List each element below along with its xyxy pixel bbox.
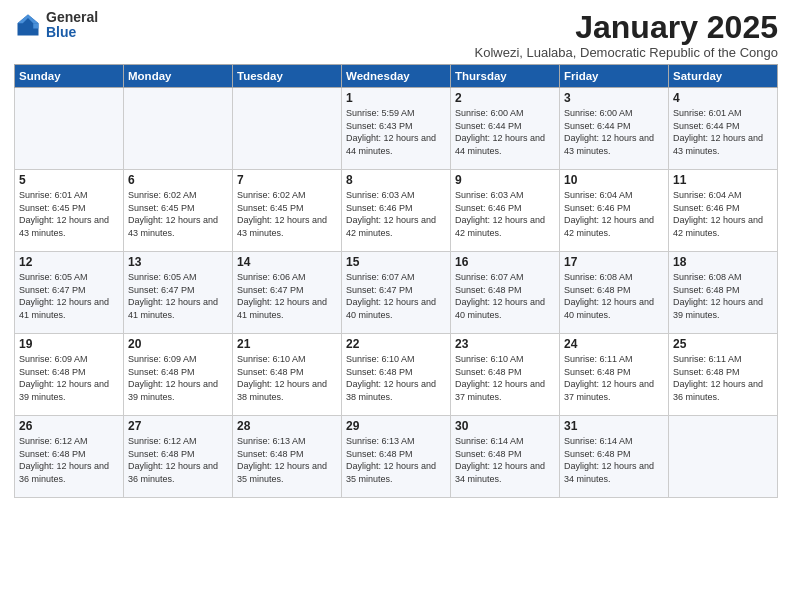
day-details: Sunrise: 6:12 AMSunset: 6:48 PMDaylight:… xyxy=(19,435,119,485)
day-details: Sunrise: 6:09 AMSunset: 6:48 PMDaylight:… xyxy=(128,353,228,403)
day-cell: 10Sunrise: 6:04 AMSunset: 6:46 PMDayligh… xyxy=(560,170,669,252)
day-number: 7 xyxy=(237,173,337,187)
day-details: Sunrise: 6:03 AMSunset: 6:46 PMDaylight:… xyxy=(455,189,555,239)
calendar-body: 1Sunrise: 5:59 AMSunset: 6:43 PMDaylight… xyxy=(15,88,778,498)
day-cell xyxy=(233,88,342,170)
day-cell: 21Sunrise: 6:10 AMSunset: 6:48 PMDayligh… xyxy=(233,334,342,416)
day-details: Sunrise: 6:11 AMSunset: 6:48 PMDaylight:… xyxy=(673,353,773,403)
day-cell: 13Sunrise: 6:05 AMSunset: 6:47 PMDayligh… xyxy=(124,252,233,334)
day-cell: 2Sunrise: 6:00 AMSunset: 6:44 PMDaylight… xyxy=(451,88,560,170)
day-cell: 29Sunrise: 6:13 AMSunset: 6:48 PMDayligh… xyxy=(342,416,451,498)
day-number: 25 xyxy=(673,337,773,351)
week-row-4: 19Sunrise: 6:09 AMSunset: 6:48 PMDayligh… xyxy=(15,334,778,416)
day-cell: 16Sunrise: 6:07 AMSunset: 6:48 PMDayligh… xyxy=(451,252,560,334)
day-cell: 1Sunrise: 5:59 AMSunset: 6:43 PMDaylight… xyxy=(342,88,451,170)
day-cell: 18Sunrise: 6:08 AMSunset: 6:48 PMDayligh… xyxy=(669,252,778,334)
logo: General Blue xyxy=(14,10,98,41)
logo-general: General xyxy=(46,10,98,25)
day-cell: 25Sunrise: 6:11 AMSunset: 6:48 PMDayligh… xyxy=(669,334,778,416)
day-number: 21 xyxy=(237,337,337,351)
day-details: Sunrise: 6:03 AMSunset: 6:46 PMDaylight:… xyxy=(346,189,446,239)
day-details: Sunrise: 6:02 AMSunset: 6:45 PMDaylight:… xyxy=(237,189,337,239)
week-row-3: 12Sunrise: 6:05 AMSunset: 6:47 PMDayligh… xyxy=(15,252,778,334)
day-cell: 7Sunrise: 6:02 AMSunset: 6:45 PMDaylight… xyxy=(233,170,342,252)
day-details: Sunrise: 6:10 AMSunset: 6:48 PMDaylight:… xyxy=(346,353,446,403)
day-details: Sunrise: 6:08 AMSunset: 6:48 PMDaylight:… xyxy=(564,271,664,321)
day-details: Sunrise: 6:10 AMSunset: 6:48 PMDaylight:… xyxy=(237,353,337,403)
day-cell: 17Sunrise: 6:08 AMSunset: 6:48 PMDayligh… xyxy=(560,252,669,334)
day-cell: 24Sunrise: 6:11 AMSunset: 6:48 PMDayligh… xyxy=(560,334,669,416)
subtitle: Kolwezi, Lualaba, Democratic Republic of… xyxy=(474,45,778,60)
day-number: 29 xyxy=(346,419,446,433)
day-cell: 9Sunrise: 6:03 AMSunset: 6:46 PMDaylight… xyxy=(451,170,560,252)
header-cell-sunday: Sunday xyxy=(15,65,124,88)
day-number: 2 xyxy=(455,91,555,105)
day-cell: 30Sunrise: 6:14 AMSunset: 6:48 PMDayligh… xyxy=(451,416,560,498)
week-row-5: 26Sunrise: 6:12 AMSunset: 6:48 PMDayligh… xyxy=(15,416,778,498)
day-cell: 4Sunrise: 6:01 AMSunset: 6:44 PMDaylight… xyxy=(669,88,778,170)
header-cell-saturday: Saturday xyxy=(669,65,778,88)
header: General Blue January 2025 Kolwezi, Luala… xyxy=(14,10,778,60)
day-number: 3 xyxy=(564,91,664,105)
day-cell xyxy=(669,416,778,498)
day-number: 31 xyxy=(564,419,664,433)
day-number: 11 xyxy=(673,173,773,187)
day-number: 30 xyxy=(455,419,555,433)
day-details: Sunrise: 6:02 AMSunset: 6:45 PMDaylight:… xyxy=(128,189,228,239)
day-number: 19 xyxy=(19,337,119,351)
header-cell-thursday: Thursday xyxy=(451,65,560,88)
logo-icon xyxy=(14,11,42,39)
day-details: Sunrise: 6:08 AMSunset: 6:48 PMDaylight:… xyxy=(673,271,773,321)
day-cell xyxy=(124,88,233,170)
page: General Blue January 2025 Kolwezi, Luala… xyxy=(0,0,792,612)
day-number: 23 xyxy=(455,337,555,351)
day-details: Sunrise: 6:07 AMSunset: 6:47 PMDaylight:… xyxy=(346,271,446,321)
day-number: 5 xyxy=(19,173,119,187)
day-details: Sunrise: 6:05 AMSunset: 6:47 PMDaylight:… xyxy=(19,271,119,321)
day-cell: 28Sunrise: 6:13 AMSunset: 6:48 PMDayligh… xyxy=(233,416,342,498)
header-cell-tuesday: Tuesday xyxy=(233,65,342,88)
day-cell: 14Sunrise: 6:06 AMSunset: 6:47 PMDayligh… xyxy=(233,252,342,334)
day-details: Sunrise: 6:01 AMSunset: 6:44 PMDaylight:… xyxy=(673,107,773,157)
svg-marker-2 xyxy=(33,24,38,29)
day-cell: 6Sunrise: 6:02 AMSunset: 6:45 PMDaylight… xyxy=(124,170,233,252)
day-number: 20 xyxy=(128,337,228,351)
day-details: Sunrise: 6:06 AMSunset: 6:47 PMDaylight:… xyxy=(237,271,337,321)
day-cell: 5Sunrise: 6:01 AMSunset: 6:45 PMDaylight… xyxy=(15,170,124,252)
day-details: Sunrise: 6:10 AMSunset: 6:48 PMDaylight:… xyxy=(455,353,555,403)
day-number: 16 xyxy=(455,255,555,269)
day-details: Sunrise: 6:14 AMSunset: 6:48 PMDaylight:… xyxy=(455,435,555,485)
day-number: 17 xyxy=(564,255,664,269)
day-cell: 27Sunrise: 6:12 AMSunset: 6:48 PMDayligh… xyxy=(124,416,233,498)
logo-text: General Blue xyxy=(46,10,98,41)
day-details: Sunrise: 6:11 AMSunset: 6:48 PMDaylight:… xyxy=(564,353,664,403)
logo-blue: Blue xyxy=(46,25,98,40)
day-number: 18 xyxy=(673,255,773,269)
day-number: 12 xyxy=(19,255,119,269)
header-cell-monday: Monday xyxy=(124,65,233,88)
title-block: January 2025 Kolwezi, Lualaba, Democrati… xyxy=(474,10,778,60)
day-number: 6 xyxy=(128,173,228,187)
day-cell: 31Sunrise: 6:14 AMSunset: 6:48 PMDayligh… xyxy=(560,416,669,498)
day-number: 26 xyxy=(19,419,119,433)
day-details: Sunrise: 6:04 AMSunset: 6:46 PMDaylight:… xyxy=(673,189,773,239)
day-number: 27 xyxy=(128,419,228,433)
day-number: 15 xyxy=(346,255,446,269)
day-number: 14 xyxy=(237,255,337,269)
day-details: Sunrise: 6:04 AMSunset: 6:46 PMDaylight:… xyxy=(564,189,664,239)
day-details: Sunrise: 6:07 AMSunset: 6:48 PMDaylight:… xyxy=(455,271,555,321)
day-cell: 23Sunrise: 6:10 AMSunset: 6:48 PMDayligh… xyxy=(451,334,560,416)
day-details: Sunrise: 6:05 AMSunset: 6:47 PMDaylight:… xyxy=(128,271,228,321)
day-cell: 19Sunrise: 6:09 AMSunset: 6:48 PMDayligh… xyxy=(15,334,124,416)
day-number: 24 xyxy=(564,337,664,351)
header-cell-friday: Friday xyxy=(560,65,669,88)
day-cell: 22Sunrise: 6:10 AMSunset: 6:48 PMDayligh… xyxy=(342,334,451,416)
day-number: 28 xyxy=(237,419,337,433)
month-title: January 2025 xyxy=(474,10,778,45)
day-details: Sunrise: 6:14 AMSunset: 6:48 PMDaylight:… xyxy=(564,435,664,485)
day-details: Sunrise: 5:59 AMSunset: 6:43 PMDaylight:… xyxy=(346,107,446,157)
day-cell: 26Sunrise: 6:12 AMSunset: 6:48 PMDayligh… xyxy=(15,416,124,498)
calendar-header: SundayMondayTuesdayWednesdayThursdayFrid… xyxy=(15,65,778,88)
header-cell-wednesday: Wednesday xyxy=(342,65,451,88)
day-details: Sunrise: 6:01 AMSunset: 6:45 PMDaylight:… xyxy=(19,189,119,239)
